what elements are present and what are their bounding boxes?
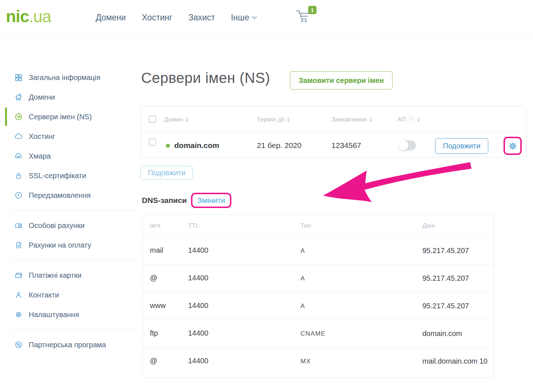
cloud-icon [15, 132, 23, 140]
nicua-logo[interactable]: nic.ua [6, 7, 51, 26]
sidebar-label: Рахунки на оплату [29, 241, 91, 249]
toggle-knob [398, 140, 409, 151]
sidebar-divider [11, 329, 136, 330]
nav-domains-label: Домени [96, 13, 126, 23]
top-header: nic.ua Домени Хостинг Захист Інше 1 [0, 0, 533, 35]
nav-other[interactable]: Інше [231, 13, 257, 23]
row-checkbox[interactable] [149, 139, 156, 146]
dns-edit-link[interactable]: Змінити [197, 196, 225, 204]
dns-col-data: Дані [422, 222, 494, 229]
dns-record-row: ftp 14400 CNAME domain.com [143, 320, 494, 347]
dns-record-row: @ 14400 MX mail.domain.com 10 [143, 347, 494, 377]
clock-icon [15, 191, 23, 199]
column-header-domain[interactable]: Домен [164, 116, 188, 123]
page-title: Сервери імен (NS) [141, 70, 270, 86]
dns-record-ttl: 14400 [188, 272, 301, 283]
column-header-ap-label: АП [397, 116, 406, 123]
domain-settings-highlight-box [504, 137, 522, 155]
sidebar-item-preorder[interactable]: Передзамовлення [15, 185, 136, 205]
dns-record-row: mail 14400 A 95.217.45.207 [143, 237, 494, 264]
renew-selected-button[interactable]: Подовжити [140, 166, 193, 180]
dns-record-row: @ 14400 A 95.217.45.207 [143, 264, 494, 292]
nav-other-label: Інше [231, 13, 249, 23]
arrow-right-circle-icon [15, 113, 23, 121]
dns-record-type: A [301, 272, 422, 284]
cards-icon [15, 271, 23, 279]
sidebar-divider [11, 260, 136, 260]
dns-record-name: @ [150, 355, 188, 366]
sidebar-item-invoices[interactable]: Рахунки на оплату [15, 235, 136, 255]
nav-hosting[interactable]: Хостинг [142, 13, 172, 23]
table-divider [141, 132, 526, 132]
domain-settings-gear-icon[interactable] [508, 141, 518, 151]
dns-record-name: ftp [150, 328, 188, 339]
dns-record-type: CNAME [301, 328, 422, 339]
dns-record-data: 95.217.45.207 [422, 300, 488, 312]
dns-record-type: MX [301, 355, 422, 367]
wallet-icon [15, 221, 23, 229]
gear-icon [15, 311, 23, 319]
sidebar-label: Загальна інформація [29, 73, 100, 82]
lock-icon [15, 172, 23, 180]
column-header-ap[interactable]: АП ? [397, 116, 420, 123]
nav-protection-label: Захист [188, 13, 215, 23]
home-icon [15, 93, 23, 101]
nav-hosting-label: Хостинг [142, 13, 172, 23]
logo-part-2: .ua [29, 7, 51, 26]
dns-col-type: Тип [301, 222, 422, 229]
domain-order-value: 1234567 [331, 141, 361, 150]
column-header-domain-label: Домен [164, 116, 183, 123]
select-all-checkbox[interactable] [149, 116, 156, 123]
sidebar-item-name-servers[interactable]: Сервери імен (NS) [15, 107, 136, 127]
sidebar-label: Сервери імен (NS) [29, 113, 92, 121]
status-dot-active [166, 144, 170, 148]
sidebar-item-settings[interactable]: Налаштування [15, 305, 136, 324]
auto-renew-toggle[interactable] [398, 140, 416, 151]
sidebar-item-personal-accounts[interactable]: Особові рахунки [15, 216, 136, 235]
sidebar-label: Налаштування [29, 311, 79, 319]
sort-icon [369, 117, 372, 122]
sort-icon [417, 117, 420, 122]
column-header-order[interactable]: Замовлення [331, 116, 372, 123]
dns-record-data: mail.domain.com 10 [422, 355, 488, 367]
sidebar-item-domains[interactable]: Домени [15, 87, 136, 107]
sidebar-label: Передзамовлення [29, 191, 91, 200]
domain-name[interactable]: domain.com [174, 141, 219, 150]
sidebar-divider [11, 210, 136, 211]
sidebar-item-payment-cards[interactable]: Платіжні картки [15, 265, 136, 285]
dns-record-type: A [301, 245, 422, 256]
dns-record-data: domain.com [422, 328, 488, 340]
sidebar-item-ssl[interactable]: SSL-сертифікати [15, 166, 136, 185]
dns-record-ttl: 14400 [188, 355, 301, 366]
sidebar-item-hosting[interactable]: Хостинг [15, 127, 136, 146]
dns-record-ttl: 14400 [188, 245, 301, 256]
sidebar-label: Партнерська програма [29, 341, 106, 349]
column-header-order-label: Замовлення [331, 116, 367, 123]
annotation-arrow [317, 159, 477, 207]
nav-domains[interactable]: Домени [96, 13, 126, 23]
renew-row-button[interactable]: Подовжити [435, 138, 488, 154]
help-icon[interactable]: ? [408, 116, 414, 123]
nav-protection[interactable]: Захист [188, 13, 215, 23]
dns-record-name: @ [150, 272, 188, 283]
sidebar-item-contacts[interactable]: Контакти [15, 285, 136, 305]
invoice-icon [15, 241, 23, 249]
sidebar-item-partner-program[interactable]: Партнерська програма [15, 335, 136, 355]
cart-button[interactable]: 1 [295, 8, 314, 27]
sidebar-label: Домени [29, 93, 55, 101]
column-header-term[interactable]: Термін дії [257, 116, 290, 123]
user-icon [15, 291, 23, 299]
dns-records-header: DNS-записи Змінити [142, 191, 231, 210]
order-name-servers-button[interactable]: Замовити сервери імен [290, 71, 393, 89]
sidebar-label: Хостинг [29, 132, 55, 141]
sidebar-label: Контакти [29, 291, 59, 299]
sidebar-label: SSL-сертифікати [29, 172, 86, 180]
dns-records-title: DNS-записи [142, 196, 187, 205]
dns-table-header: Ім'я TTL Тип Дані [143, 215, 494, 237]
sort-icon [287, 117, 290, 122]
dns-record-ttl: 14400 [188, 328, 301, 339]
sidebar-item-general-info[interactable]: Загальна інформація [15, 68, 136, 87]
sidebar-item-cloud[interactable]: Хмара [15, 146, 136, 166]
sort-icon [186, 117, 188, 122]
chevron-down-icon [252, 16, 257, 19]
